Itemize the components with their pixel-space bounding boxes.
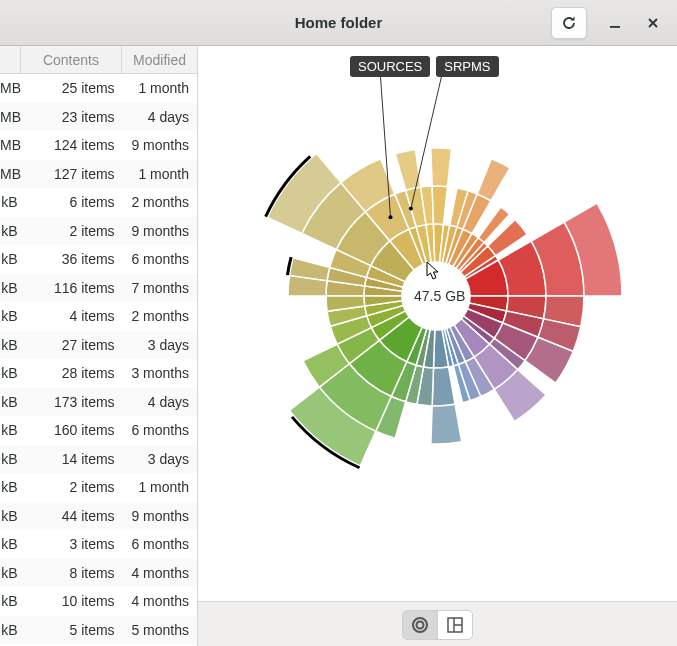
content-area: Contents Modified MB25 items1 monthMB23 …	[0, 46, 677, 646]
cell-modified: 3 months	[123, 365, 197, 381]
chart-slice[interactable]	[431, 148, 452, 187]
cell-contents: 25 items	[25, 80, 122, 96]
cell-modified: 5 months	[123, 622, 197, 638]
cell-size-unit: kB	[0, 365, 25, 381]
cell-contents: 127 items	[25, 166, 122, 182]
cell-size-unit: kB	[0, 536, 25, 552]
cell-modified: 4 days	[123, 109, 197, 125]
cell-size-unit: kB	[0, 251, 25, 267]
view-treemap-button[interactable]	[437, 611, 472, 639]
table-row[interactable]: kB2 items9 months	[0, 217, 197, 246]
cell-modified: 9 months	[123, 508, 197, 524]
cell-size-unit: kB	[0, 308, 25, 324]
view-rings-button[interactable]	[403, 611, 437, 639]
table-row[interactable]: kB27 items3 days	[0, 331, 197, 360]
table-row[interactable]: MB25 items1 month	[0, 74, 197, 103]
table-row[interactable]: kB28 items3 months	[0, 359, 197, 388]
chart-tooltip-tags: SOURCESSRPMS	[350, 56, 499, 77]
file-rows: MB25 items1 monthMB23 items4 daysMB124 i…	[0, 74, 197, 644]
table-row[interactable]: kB116 items7 months	[0, 274, 197, 303]
reload-icon	[561, 15, 577, 31]
titlebar: Home folder	[0, 0, 677, 46]
table-row[interactable]: kB44 items9 months	[0, 502, 197, 531]
chart-leader-dot	[389, 215, 393, 219]
cell-size-unit: kB	[0, 565, 25, 581]
table-row[interactable]: kB8 items4 months	[0, 559, 197, 588]
cell-size-unit: MB	[0, 137, 25, 153]
close-button[interactable]	[643, 13, 663, 33]
column-headers: Contents Modified	[0, 46, 197, 74]
column-modified[interactable]: Modified	[122, 46, 197, 73]
svg-rect-0	[610, 26, 620, 28]
chart-slice[interactable]	[431, 404, 462, 444]
cell-size-unit: kB	[0, 194, 25, 210]
svg-point-2	[417, 621, 424, 628]
column-contents[interactable]: Contents	[21, 46, 122, 73]
cell-modified: 6 months	[123, 536, 197, 552]
cell-modified: 4 months	[123, 593, 197, 609]
cell-modified: 2 months	[123, 194, 197, 210]
cell-contents: 2 items	[25, 223, 122, 239]
cell-size-unit: kB	[0, 422, 25, 438]
cell-modified: 1 month	[123, 80, 197, 96]
cell-contents: 160 items	[25, 422, 122, 438]
table-row[interactable]: MB23 items4 days	[0, 103, 197, 132]
sunburst-chart[interactable]	[198, 46, 677, 602]
table-row[interactable]: kB4 items2 months	[0, 302, 197, 331]
cell-modified: 3 days	[123, 451, 197, 467]
cell-size-unit: kB	[0, 394, 25, 410]
cell-size-unit: kB	[0, 593, 25, 609]
cell-contents: 5 items	[25, 622, 122, 638]
table-row[interactable]: kB160 items6 months	[0, 416, 197, 445]
cell-modified: 9 months	[123, 223, 197, 239]
minimize-icon	[609, 17, 621, 29]
close-icon	[647, 17, 659, 29]
table-row[interactable]: MB124 items9 months	[0, 131, 197, 160]
table-row[interactable]: kB173 items4 days	[0, 388, 197, 417]
cell-contents: 23 items	[25, 109, 122, 125]
cell-size-unit: kB	[0, 479, 25, 495]
cell-modified: 2 months	[123, 308, 197, 324]
svg-point-1	[413, 618, 427, 632]
cell-contents: 4 items	[25, 308, 122, 324]
cell-size-unit: kB	[0, 223, 25, 239]
reload-button[interactable]	[551, 7, 587, 39]
cell-contents: 14 items	[25, 451, 122, 467]
cell-modified: 4 days	[123, 394, 197, 410]
cell-modified: 7 months	[123, 280, 197, 296]
table-row[interactable]: kB2 items1 month	[0, 473, 197, 502]
chart-slice[interactable]	[432, 367, 455, 406]
table-row[interactable]: kB6 items2 months	[0, 188, 197, 217]
table-row[interactable]: MB127 items1 month	[0, 160, 197, 189]
minimize-button[interactable]	[605, 13, 625, 33]
cell-contents: 116 items	[25, 280, 122, 296]
view-toggle-bar	[198, 601, 677, 646]
column-size[interactable]	[0, 46, 21, 73]
cell-contents: 173 items	[25, 394, 122, 410]
cell-modified: 9 months	[123, 137, 197, 153]
cell-contents: 6 items	[25, 194, 122, 210]
cell-size-unit: kB	[0, 508, 25, 524]
cell-size-unit: kB	[0, 451, 25, 467]
table-row[interactable]: kB3 items6 months	[0, 530, 197, 559]
chart-slice[interactable]	[477, 159, 510, 201]
table-row[interactable]: kB36 items6 months	[0, 245, 197, 274]
table-row[interactable]: kB10 items4 months	[0, 587, 197, 616]
file-list-panel: Contents Modified MB25 items1 monthMB23 …	[0, 46, 198, 646]
cell-modified: 4 months	[123, 565, 197, 581]
table-row[interactable]: kB5 items5 months	[0, 616, 197, 645]
cell-contents: 28 items	[25, 365, 122, 381]
chart-slice[interactable]	[432, 186, 447, 224]
cell-contents: 36 items	[25, 251, 122, 267]
cell-size-unit: MB	[0, 109, 25, 125]
view-toggle-group	[402, 610, 473, 640]
chart-leader-dot	[409, 207, 413, 211]
rings-icon	[411, 616, 429, 634]
cell-contents: 3 items	[25, 536, 122, 552]
tooltip-tag: SOURCES	[350, 56, 430, 77]
cell-contents: 2 items	[25, 479, 122, 495]
cell-modified: 6 months	[123, 251, 197, 267]
cell-contents: 44 items	[25, 508, 122, 524]
table-row[interactable]: kB14 items3 days	[0, 445, 197, 474]
tooltip-tag: SRPMS	[436, 56, 498, 77]
